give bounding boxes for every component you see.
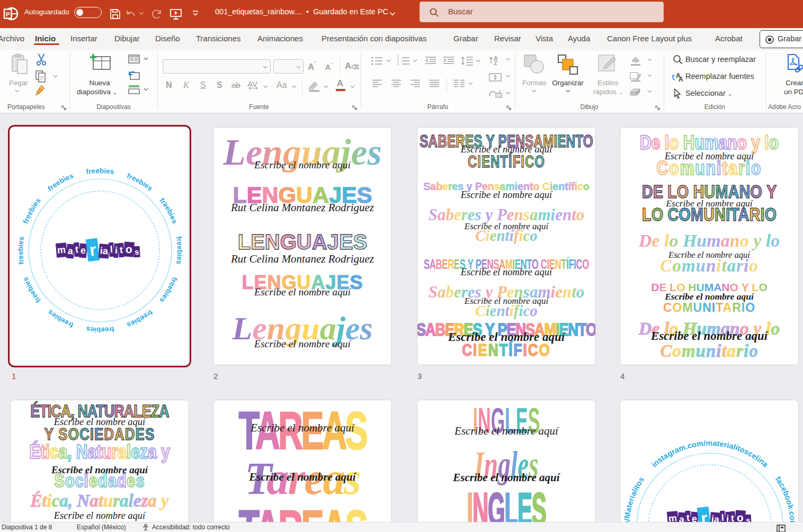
- svg-text:freebies: freebies: [16, 236, 25, 265]
- svg-text:freebies: freebies: [158, 196, 179, 224]
- svg-text:Z: Z: [494, 60, 497, 66]
- svg-text:freebies: freebies: [21, 276, 42, 304]
- svg-text:freebies: freebies: [158, 276, 179, 304]
- svg-text:freebies: freebies: [21, 196, 42, 224]
- svg-text:freebies: freebies: [126, 308, 154, 329]
- svg-text:freebies: freebies: [85, 167, 114, 176]
- svg-text:freebies: freebies: [46, 172, 74, 192]
- svg-text:P: P: [6, 11, 10, 17]
- svg-text:freebies: freebies: [175, 236, 184, 265]
- svg-text:A: A: [679, 76, 683, 82]
- svg-text:freebies: freebies: [85, 325, 114, 334]
- svg-text:freebies: freebies: [126, 172, 154, 192]
- svg-text:freebies: freebies: [46, 308, 74, 329]
